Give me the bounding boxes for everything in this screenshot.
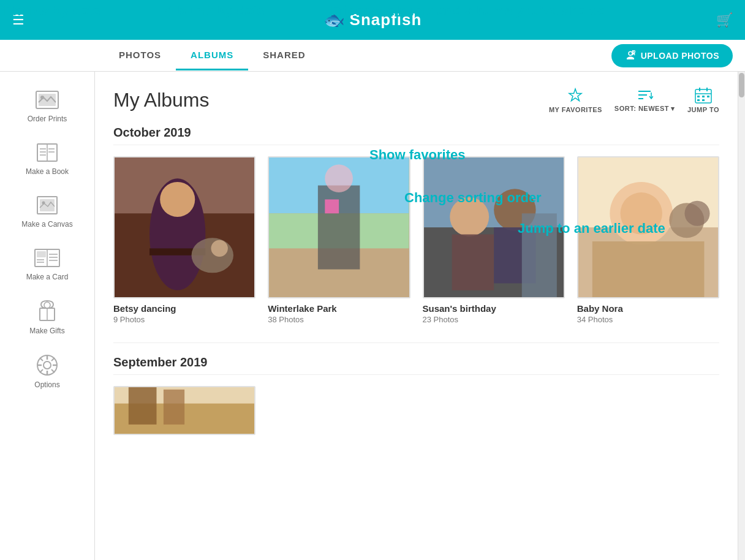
album-thumb-sep1 bbox=[113, 386, 255, 435]
favorites-label: MY FAVORITES bbox=[549, 106, 602, 113]
section-title-october: October 2019 bbox=[113, 126, 719, 145]
album-thumb-betsy bbox=[113, 156, 255, 298]
header-logo: 🐟 Snapfish bbox=[323, 10, 422, 30]
album-card-winterlake[interactable]: Winterlake Park 38 Photos bbox=[268, 156, 410, 324]
make-card-label: Make a Card bbox=[26, 273, 69, 281]
sidebar-item-make-book[interactable]: Make a Book bbox=[0, 131, 94, 183]
upload-icon bbox=[625, 50, 636, 61]
make-book-icon bbox=[35, 142, 59, 164]
page-title: My Albums bbox=[113, 89, 549, 112]
tab-shared[interactable]: SHARED bbox=[248, 41, 320, 70]
jump-to-button[interactable]: JUMP TO bbox=[687, 86, 719, 113]
nora-photo bbox=[578, 157, 718, 297]
album-card-sep1[interactable] bbox=[113, 386, 255, 435]
winterlake-count: 38 Photos bbox=[268, 315, 410, 324]
svg-rect-47 bbox=[702, 99, 705, 101]
sidebar: Order Prints Make a Book bbox=[0, 72, 95, 560]
album-thumb-winterlake bbox=[268, 156, 410, 298]
order-prints-icon bbox=[34, 89, 61, 111]
upload-button[interactable]: UPLOAD PHOTOS bbox=[611, 44, 733, 67]
album-thumb-susan bbox=[423, 156, 565, 298]
svg-point-53 bbox=[192, 238, 233, 273]
sidebar-item-make-gifts[interactable]: Make Gifts bbox=[0, 289, 94, 342]
options-icon bbox=[36, 354, 59, 377]
my-favorites-button[interactable]: MY FAVORITES bbox=[549, 86, 602, 113]
sort-button[interactable]: SORT: NEWEST ▾ bbox=[615, 88, 675, 113]
svg-rect-67 bbox=[521, 213, 556, 297]
sidebar-item-options[interactable]: Options bbox=[0, 342, 94, 396]
album-card-nora[interactable]: Baby Nora 34 Photos bbox=[577, 156, 719, 324]
album-card-betsy[interactable]: Betsy dancing 9 Photos bbox=[113, 156, 255, 324]
svg-point-63 bbox=[450, 197, 489, 236]
svg-rect-43 bbox=[697, 96, 700, 97]
page-wrapper: ☰ 🐟 Snapfish 🛒 PHOTOS ALBUMS SHARED UPLO… bbox=[0, 0, 745, 560]
september-section: September 2019 bbox=[113, 342, 719, 435]
svg-rect-60 bbox=[325, 199, 339, 213]
svg-point-51 bbox=[160, 182, 195, 217]
nora-count: 34 Photos bbox=[577, 315, 719, 324]
calendar-icon bbox=[694, 86, 713, 104]
make-card-icon bbox=[34, 247, 61, 269]
albums-header: My Albums MY FAVORITES bbox=[113, 86, 719, 113]
album-card-susan[interactable]: Susan's birthday 23 Photos bbox=[423, 156, 565, 324]
svg-rect-44 bbox=[702, 96, 705, 97]
svg-line-33 bbox=[51, 358, 55, 361]
svg-point-59 bbox=[325, 164, 354, 192]
logo-text: Snapfish bbox=[350, 10, 422, 29]
svg-rect-65 bbox=[452, 235, 493, 290]
content-area: My Albums MY FAVORITES bbox=[95, 72, 738, 560]
svg-point-3 bbox=[40, 96, 44, 99]
tab-photos[interactable]: PHOTOS bbox=[104, 41, 176, 70]
scrollbar-thumb[interactable] bbox=[739, 73, 744, 97]
section-title-september: September 2019 bbox=[113, 355, 719, 375]
header: ☰ 🐟 Snapfish 🛒 bbox=[0, 0, 745, 40]
svg-point-13 bbox=[42, 202, 45, 205]
albums-actions: MY FAVORITES SORT: NEWEST ▾ bbox=[549, 86, 719, 113]
upload-label: UPLOAD PHOTOS bbox=[641, 51, 719, 61]
svg-rect-77 bbox=[129, 387, 157, 425]
betsy-photo bbox=[115, 157, 254, 297]
svg-point-24 bbox=[44, 302, 50, 308]
sort-icon bbox=[636, 88, 653, 102]
winterlake-title: Winterlake Park bbox=[268, 303, 410, 314]
jump-to-label: JUMP TO bbox=[687, 106, 719, 113]
main-layout: Order Prints Make a Book bbox=[0, 72, 745, 560]
svg-rect-16 bbox=[37, 251, 46, 257]
svg-rect-58 bbox=[318, 186, 360, 270]
nora-title: Baby Nora bbox=[577, 303, 719, 314]
make-book-label: Make a Book bbox=[26, 167, 69, 176]
sidebar-item-make-canvas[interactable]: Make a Canvas bbox=[0, 183, 94, 236]
october-album-grid: Betsy dancing 9 Photos W bbox=[113, 156, 719, 324]
sep-photo bbox=[115, 387, 254, 434]
svg-point-54 bbox=[211, 240, 227, 257]
svg-line-32 bbox=[51, 369, 55, 373]
make-gifts-label: Make Gifts bbox=[29, 327, 64, 335]
cart-icon[interactable]: 🛒 bbox=[716, 12, 733, 28]
hamburger-icon[interactable]: ☰ bbox=[12, 12, 25, 28]
options-label: Options bbox=[34, 380, 59, 389]
tab-albums[interactable]: ALBUMS bbox=[176, 41, 248, 70]
svg-point-26 bbox=[43, 361, 51, 369]
susan-count: 23 Photos bbox=[423, 315, 565, 324]
album-thumb-nora bbox=[577, 156, 719, 298]
scrollbar-track[interactable] bbox=[738, 72, 745, 560]
svg-rect-46 bbox=[697, 99, 700, 101]
svg-rect-45 bbox=[707, 96, 709, 97]
svg-point-71 bbox=[620, 192, 662, 234]
sidebar-item-order-prints[interactable]: Order Prints bbox=[0, 78, 94, 131]
order-prints-label: Order Prints bbox=[28, 115, 67, 123]
fish-icon: 🐟 bbox=[323, 10, 345, 30]
susan-photo bbox=[424, 157, 564, 297]
sort-label: SORT: NEWEST ▾ bbox=[615, 105, 675, 113]
svg-rect-72 bbox=[592, 241, 705, 297]
svg-line-31 bbox=[40, 358, 43, 361]
betsy-count: 9 Photos bbox=[113, 315, 255, 324]
make-canvas-icon bbox=[35, 194, 59, 216]
betsy-title: Betsy dancing bbox=[113, 303, 255, 314]
make-canvas-label: Make a Canvas bbox=[21, 220, 72, 229]
susan-title: Susan's birthday bbox=[423, 303, 565, 314]
svg-rect-78 bbox=[164, 390, 184, 425]
sidebar-item-make-card[interactable]: Make a Card bbox=[0, 236, 94, 289]
winterlake-photo bbox=[269, 157, 409, 297]
svg-point-74 bbox=[684, 201, 709, 226]
